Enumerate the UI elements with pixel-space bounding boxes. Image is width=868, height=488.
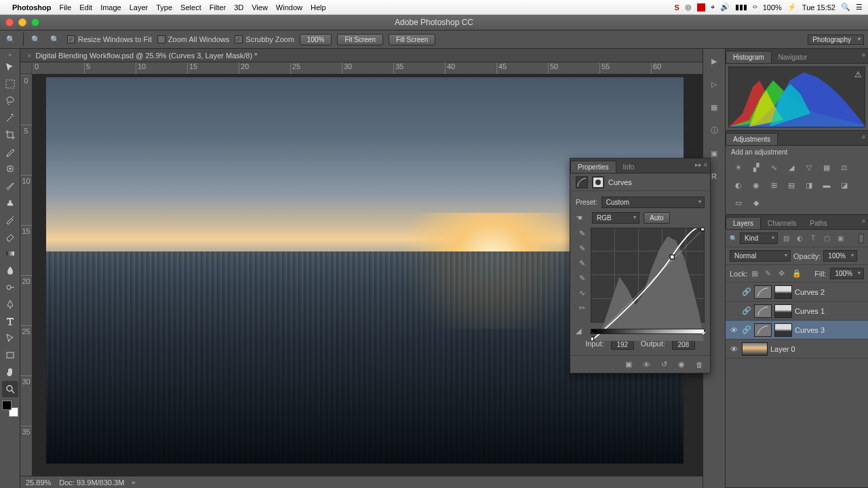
dock-arrow-icon[interactable]: ▶ (707, 54, 721, 68)
curves-white-sampler-icon[interactable]: ✎ (576, 272, 587, 283)
channel-select[interactable]: RGB (592, 212, 639, 224)
status-icon-red-square[interactable] (697, 3, 705, 12)
fit-screen-button[interactable]: Fit Screen (337, 34, 383, 45)
menu-edit[interactable]: Edit (79, 3, 92, 12)
layer-row[interactable]: 👁 🔗 Curves 3 (726, 321, 868, 340)
clone-stamp-tool[interactable] (2, 195, 18, 211)
adj-balance-icon[interactable]: ⚖ (838, 161, 850, 174)
layer-link-icon[interactable]: 🔗 (742, 287, 751, 296)
adj-exposure-icon[interactable]: ◢ (785, 161, 797, 174)
volume-icon[interactable]: 🔊 (720, 3, 730, 12)
layer-row[interactable]: 👁 Layer 0 (726, 340, 868, 359)
eraser-tool[interactable] (2, 228, 18, 245)
zoom-100-button[interactable]: 100% (300, 34, 332, 45)
layer-visibility-toggle[interactable]: 👁 (728, 326, 739, 334)
zoom-in-icon[interactable]: 🔍 (29, 33, 43, 46)
path-selection-tool[interactable] (2, 330, 18, 346)
curves-draw-icon[interactable]: ✏ (576, 302, 587, 313)
layer-name[interactable]: Layer 0 (770, 345, 795, 353)
tab-paths[interactable]: Paths (803, 218, 834, 229)
blur-tool[interactable] (2, 262, 18, 279)
zoom-level[interactable]: 25.89% (26, 479, 51, 487)
lock-position-icon[interactable]: ✥ (778, 269, 788, 279)
histogram-flyout-icon[interactable]: ≡ (862, 52, 865, 58)
hand-tool[interactable] (2, 364, 18, 380)
brush-tool[interactable] (2, 178, 18, 194)
layer-filter-kind[interactable]: Kind (740, 232, 778, 244)
tab-histogram[interactable]: Histogram (726, 51, 772, 63)
move-tool[interactable] (2, 59, 18, 75)
zoom-tool[interactable] (2, 381, 18, 397)
auto-button[interactable]: Auto (644, 212, 670, 224)
input-value[interactable] (611, 340, 634, 350)
menu-help[interactable]: Help (311, 3, 326, 12)
adj-channel-mixer-icon[interactable]: ⊞ (768, 179, 780, 191)
layer-row[interactable]: 🔗 Curves 2 (726, 283, 868, 302)
delete-adjustment-icon[interactable]: 🗑 (694, 359, 705, 370)
opacity-value[interactable]: 100% (823, 250, 857, 262)
histogram-warning-icon[interactable]: ⚠ (854, 70, 862, 79)
adj-invert-icon[interactable]: ◨ (803, 179, 815, 191)
layer-name[interactable]: Curves 2 (795, 288, 825, 296)
layer-thumb[interactable] (754, 304, 772, 318)
layers-flyout-icon[interactable]: ≡ (862, 218, 865, 224)
adj-selective-color-icon[interactable]: ◆ (750, 197, 762, 209)
adj-levels-icon[interactable]: ▞ (750, 161, 762, 174)
output-value[interactable] (672, 340, 695, 350)
menu-layer[interactable]: Layer (130, 3, 149, 12)
ruler-vertical[interactable]: 05101520253035 (20, 75, 33, 476)
layer-mask-thumb[interactable] (774, 285, 792, 299)
adj-hue-icon[interactable]: ▦ (821, 161, 833, 174)
adj-gradient-map-icon[interactable]: ▭ (732, 197, 745, 209)
filter-toggle[interactable] (859, 234, 864, 243)
clock[interactable]: Tue 15:52 (802, 3, 835, 12)
marquee-tool[interactable] (2, 76, 18, 92)
menu-select[interactable]: Select (180, 3, 201, 12)
filter-shape-icon[interactable]: ▢ (821, 233, 832, 244)
toolbox-collapse-icon[interactable]: » (8, 52, 12, 58)
adj-vibrance-icon[interactable]: ▽ (803, 161, 815, 174)
curves-sampler-icon[interactable]: ✎ (576, 228, 587, 239)
eyedropper-tool[interactable] (2, 144, 18, 160)
blend-mode-select[interactable]: Normal (730, 250, 791, 262)
adj-threshold-icon[interactable]: ◪ (838, 179, 850, 191)
window-close-button[interactable] (5, 18, 14, 26)
layer-name[interactable]: Curves 3 (795, 326, 825, 334)
layer-mask-thumb[interactable] (774, 304, 792, 318)
tab-properties[interactable]: Properties (570, 161, 616, 173)
toggle-visibility-icon[interactable]: 👁 (641, 359, 652, 370)
ruler-horizontal[interactable]: 051015202530354045505560 (33, 62, 703, 75)
preset-select[interactable]: Custom (601, 197, 705, 208)
lock-transparency-icon[interactable]: ▦ (751, 269, 761, 279)
menu-window[interactable]: Window (276, 3, 302, 12)
layer-thumb[interactable] (754, 285, 772, 299)
layer-link-icon[interactable]: 🔗 (742, 306, 751, 315)
fill-value[interactable]: 100% (830, 268, 864, 279)
curves-edit-points-icon[interactable]: ∿ (576, 287, 587, 298)
gradient-tool[interactable] (2, 245, 18, 262)
curves-clip-icon[interactable]: ◢ (576, 327, 588, 336)
tab-info[interactable]: Info (616, 161, 642, 173)
lock-pixels-icon[interactable]: ✎ (765, 269, 774, 279)
menu-image[interactable]: Image (100, 3, 121, 12)
curves-black-sampler-icon[interactable]: ✎ (576, 243, 587, 253)
layer-name[interactable]: Curves 1 (795, 307, 825, 315)
workspace-switcher[interactable]: Photography (808, 35, 864, 45)
menu-type[interactable]: Type (156, 3, 172, 12)
doc-info[interactable]: Doc: 93.9M/830.3M (59, 479, 124, 487)
clip-to-layer-icon[interactable]: ▣ (623, 359, 634, 370)
menu-extras-icon[interactable]: ☰ (856, 3, 863, 12)
layer-visibility-toggle[interactable]: 👁 (728, 345, 739, 353)
menu-3d[interactable]: 3D (234, 3, 243, 12)
menu-file[interactable]: File (59, 3, 71, 12)
dock-play-icon[interactable]: ▷ (707, 77, 721, 91)
adj-curves-icon[interactable]: ∿ (768, 161, 780, 174)
layer-link-icon[interactable]: 🔗 (742, 325, 751, 334)
adjustments-flyout-icon[interactable]: ≡ (862, 134, 865, 140)
window-minimize-button[interactable] (18, 18, 26, 26)
adj-brightness-icon[interactable]: ☀ (732, 161, 745, 174)
dodge-tool[interactable] (2, 279, 18, 296)
magic-wand-tool[interactable] (2, 110, 18, 126)
history-brush-tool[interactable] (2, 211, 18, 228)
filter-pixel-icon[interactable]: ▧ (781, 233, 791, 244)
